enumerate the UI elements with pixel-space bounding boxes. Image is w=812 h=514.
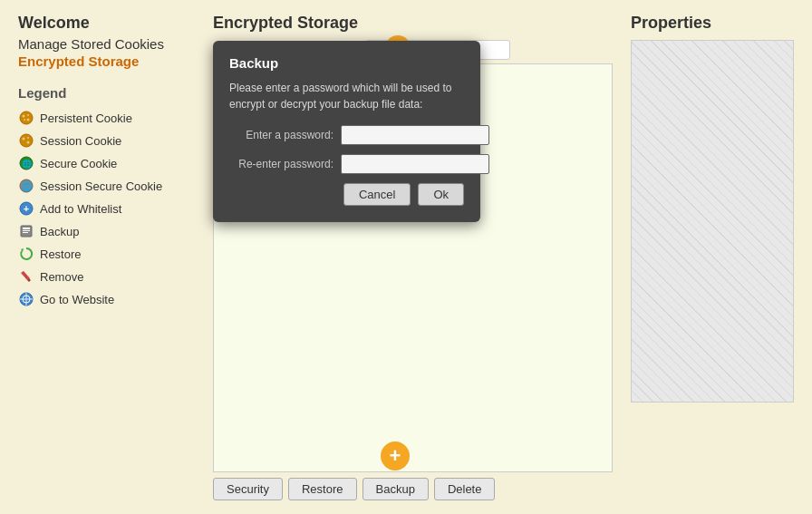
session-cookie-label: Session Cookie	[40, 134, 121, 148]
legend-item-backup[interactable]: Backup	[18, 223, 195, 239]
legend-title: Legend	[18, 85, 195, 101]
legend-item-restore[interactable]: Restore	[18, 246, 195, 262]
persistent-cookie-icon	[18, 110, 34, 126]
legend-item-secure-cookie[interactable]: 🌐 Secure Cookie	[18, 155, 195, 171]
backup-modal: Backup Please enter a password which wil…	[213, 41, 480, 222]
password-field: Enter a password:	[229, 125, 464, 145]
sidebar-subtitle[interactable]: Manage Stored Cookies	[18, 36, 195, 52]
legend-item-session-cookie[interactable]: Session Cookie	[18, 132, 195, 149]
svg-rect-16	[23, 228, 30, 229]
add-button-bottom[interactable]: +	[381, 441, 410, 470]
sidebar: Welcome Manage Stored Cookies Encrypted …	[9, 9, 204, 505]
secure-cookie-icon: 🌐	[18, 155, 34, 171]
password-input[interactable]	[341, 125, 489, 145]
properties-content	[631, 40, 794, 402]
add-to-whitelist-label: Add to Whitelist	[40, 202, 121, 216]
properties-title: Properties	[631, 14, 794, 33]
go-to-website-icon	[18, 291, 34, 307]
password-label: Enter a password:	[229, 129, 334, 141]
legend-item-session-secure-cookie[interactable]: 🌐 Session Secure Cookie	[18, 178, 195, 194]
legend-item-go-to-website[interactable]: Go to Website	[18, 291, 195, 307]
cancel-button[interactable]: Cancel	[343, 183, 411, 206]
ok-button[interactable]: Ok	[418, 183, 464, 206]
add-to-whitelist-icon: +	[18, 200, 34, 217]
remove-icon	[18, 268, 34, 285]
reenter-password-label: Re-enter password:	[229, 158, 334, 170]
persistent-cookie-label: Persistent Cookie	[40, 112, 132, 125]
svg-point-8	[27, 141, 30, 144]
svg-text:+: +	[24, 203, 29, 214]
reenter-password-input[interactable]	[341, 154, 489, 174]
svg-point-3	[27, 119, 30, 121]
properties-panel: Properties	[622, 9, 803, 505]
svg-text:🌐: 🌐	[22, 181, 33, 192]
backup-button[interactable]: Backup	[362, 478, 429, 500]
session-cookie-icon	[18, 132, 34, 149]
sidebar-title: Welcome	[18, 14, 195, 33]
svg-rect-18	[23, 232, 28, 233]
svg-point-1	[23, 115, 25, 118]
session-secure-cookie-icon: 🌐	[18, 178, 34, 194]
restore-label: Restore	[40, 247, 82, 261]
main-content: Encrypted Storage ↻ 28 cookies / 10 doma…	[204, 9, 622, 505]
modal-actions: Cancel Ok	[229, 183, 464, 206]
restore-button[interactable]: Restore	[288, 478, 357, 500]
svg-point-5	[20, 134, 33, 147]
svg-rect-17	[23, 230, 30, 231]
svg-text:🌐: 🌐	[22, 159, 33, 170]
session-secure-cookie-label: Session Secure Cookie	[40, 179, 162, 193]
restore-icon	[18, 246, 34, 262]
remove-label: Remove	[40, 270, 83, 284]
svg-point-6	[23, 138, 25, 141]
backup-label: Backup	[40, 225, 79, 238]
svg-point-0	[20, 112, 33, 124]
secure-cookie-label: Secure Cookie	[40, 157, 117, 170]
reenter-password-field: Re-enter password:	[229, 154, 464, 174]
legend-item-persistent-cookie[interactable]: Persistent Cookie	[18, 110, 195, 126]
modal-description: Please enter a password which will be us…	[229, 80, 464, 112]
legend-item-add-to-whitelist[interactable]: + Add to Whitelist	[18, 200, 195, 217]
backup-icon	[18, 223, 34, 239]
bottom-toolbar: + Security Restore Backup Delete	[213, 478, 613, 500]
main-title: Encrypted Storage	[213, 14, 613, 33]
svg-point-7	[27, 137, 29, 139]
delete-button[interactable]: Delete	[434, 478, 496, 500]
go-to-website-label: Go to Website	[40, 293, 114, 306]
legend-item-remove[interactable]: Remove	[18, 268, 195, 285]
security-button[interactable]: Security	[213, 478, 283, 500]
sidebar-active[interactable]: Encrypted Storage	[18, 53, 195, 69]
svg-point-2	[27, 114, 29, 116]
modal-title: Backup	[229, 55, 464, 71]
svg-point-4	[24, 119, 25, 121]
